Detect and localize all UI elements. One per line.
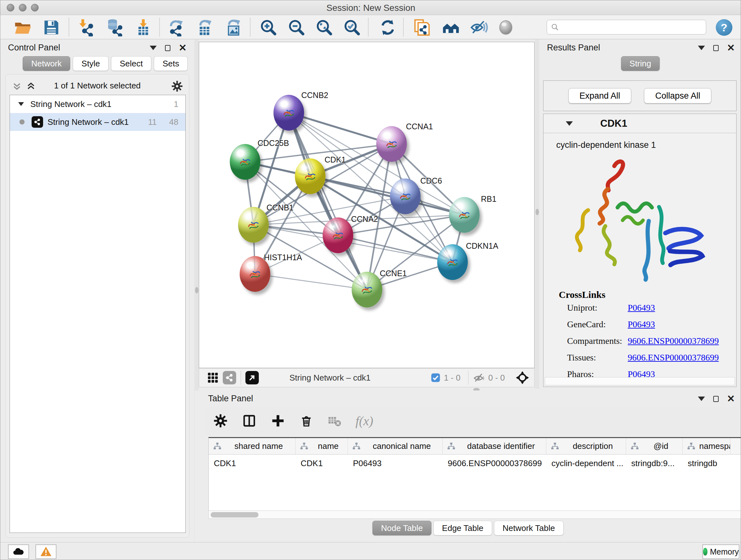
table-cell[interactable]: cyclin-dependent ...	[546, 455, 626, 472]
show-labels-icon[interactable]	[470, 18, 488, 37]
network-node-ccnb1[interactable]	[238, 207, 269, 243]
tab-edge-table[interactable]: Edge Table	[433, 521, 492, 536]
tab-network-table[interactable]: Network Table	[494, 521, 563, 536]
birds-eye-view-icon[interactable]	[246, 371, 259, 384]
network-node-cdc25b[interactable]	[230, 144, 260, 180]
string-home-icon[interactable]	[442, 18, 460, 37]
network-node-cdk1[interactable]	[295, 159, 326, 194]
crosslink-link[interactable]: P06493	[628, 303, 655, 313]
panel-close-icon[interactable]: ✕	[179, 45, 187, 51]
crosslink-link[interactable]: 9606.ENSP00000378699	[628, 353, 719, 363]
column-header-description[interactable]: description	[546, 438, 626, 454]
network-node-ccnb2[interactable]	[273, 95, 304, 131]
selected-checkbox-icon[interactable]	[430, 373, 441, 383]
network-node-rb1[interactable]	[449, 197, 480, 233]
panel-close-icon[interactable]: ✕	[727, 45, 735, 51]
help-icon[interactable]: ?	[716, 19, 732, 36]
table-gear-icon[interactable]	[213, 414, 228, 428]
crosslink-link[interactable]: 9606.ENSP00000378699	[628, 336, 719, 346]
crosshair-icon[interactable]	[515, 370, 530, 385]
network-tree: String Network – cdk1 1 String Network –…	[10, 95, 186, 533]
panel-close-icon[interactable]: ✕	[727, 395, 735, 402]
warning-button[interactable]	[36, 544, 57, 559]
table-row[interactable]: CDK1CDK1P064939606.ENSP00000378699cyclin…	[209, 455, 741, 472]
splitter-handle[interactable]	[195, 287, 199, 294]
crosslink-link[interactable]: P06493	[628, 319, 655, 329]
column-header--id[interactable]: @id	[626, 438, 683, 454]
memory-button[interactable]: Memory	[702, 544, 739, 559]
tab-style[interactable]: Style	[73, 56, 109, 71]
table-cell[interactable]: P06493	[348, 455, 443, 472]
table-cell[interactable]: stringdb:9...	[626, 455, 683, 472]
results-panel-title: Results Panel	[547, 43, 600, 53]
entry-header[interactable]: CDK1	[543, 114, 736, 133]
panel-float-icon[interactable]	[165, 45, 171, 51]
zoom-fit-icon[interactable]	[315, 18, 333, 37]
table-scrollbar[interactable]	[208, 510, 741, 519]
tab-sets[interactable]: Sets	[154, 56, 188, 71]
save-session-icon[interactable]	[43, 18, 60, 37]
clone-network-icon[interactable]	[413, 18, 431, 37]
show-columns-icon[interactable]	[242, 414, 257, 428]
import-network-file-icon[interactable]	[76, 18, 94, 37]
network-collection-row[interactable]: String Network – cdk1 1	[10, 95, 185, 113]
hidden-count: 0 - 0	[488, 373, 505, 383]
network-node-ccna2[interactable]	[323, 217, 353, 253]
collapse-all-button[interactable]: Collapse All	[644, 88, 711, 104]
export-table-icon[interactable]	[196, 18, 214, 37]
network-row[interactable]: String Network – cdk1 11 48	[10, 113, 185, 131]
gear-icon[interactable]	[171, 80, 183, 92]
table-cell[interactable]: CDK1	[209, 455, 295, 472]
delete-column-icon[interactable]	[299, 414, 313, 428]
column-header-database-identifier[interactable]: database identifier	[443, 438, 546, 454]
grid-view-icon[interactable]	[206, 371, 219, 384]
table-cell[interactable]: stringdb	[683, 455, 731, 472]
export-image-icon[interactable]	[225, 18, 243, 37]
tab-node-table[interactable]: Node Table	[373, 521, 431, 536]
zoom-selected-icon[interactable]	[343, 18, 361, 37]
network-node-ccne1[interactable]	[352, 272, 382, 307]
splitter-handle[interactable]	[536, 209, 539, 215]
panel-float-icon[interactable]	[713, 396, 719, 402]
import-table-icon[interactable]	[134, 18, 152, 37]
export-network-icon[interactable]	[167, 18, 185, 37]
zoom-out-icon[interactable]	[287, 18, 306, 37]
search-input[interactable]	[559, 21, 706, 34]
zoom-in-icon[interactable]	[259, 18, 277, 37]
panel-collapse-icon[interactable]	[698, 396, 705, 401]
share-view-icon[interactable]	[223, 371, 236, 384]
tab-string[interactable]: String	[621, 56, 660, 71]
column-header-canonical-name[interactable]: canonical name	[348, 438, 443, 454]
add-column-icon[interactable]	[271, 414, 285, 428]
network-node-cdkn1a[interactable]	[437, 244, 468, 280]
results-panel: Results Panel ✕ String Expand All Collap…	[539, 40, 741, 389]
network-node-cdc6[interactable]	[390, 179, 421, 214]
network-node-ccna1[interactable]	[376, 126, 407, 162]
panel-collapse-icon[interactable]	[150, 46, 157, 50]
open-session-icon[interactable]	[14, 18, 31, 37]
column-header-shared-name[interactable]: shared name	[209, 438, 295, 454]
table-cell[interactable]: 9606.ENSP00000378699	[443, 455, 546, 472]
results-scrollbar[interactable]	[545, 377, 735, 385]
panel-float-icon[interactable]	[713, 45, 719, 51]
column-header-namespace[interactable]: namespace	[683, 438, 731, 454]
table-scrollbar-thumb[interactable]	[211, 512, 259, 517]
hidden-eye-icon[interactable]	[473, 372, 485, 384]
tree-expander-icon[interactable]	[18, 102, 24, 106]
refresh-icon[interactable]	[379, 18, 397, 37]
main-toolbar: ?	[0, 15, 741, 39]
tab-select[interactable]: Select	[111, 56, 151, 71]
import-network-database-icon[interactable]	[105, 18, 123, 37]
network-canvas[interactable]: CCNB2CCNA1CDC25BCDK1CDC6RB1CCNB1CCNA2CDK…	[199, 42, 535, 368]
panel-collapse-icon[interactable]	[698, 46, 705, 50]
vertical-splitter[interactable]	[535, 40, 539, 389]
column-header-name[interactable]: name	[295, 438, 348, 454]
tab-network[interactable]: Network	[23, 56, 70, 71]
cloud-button[interactable]	[8, 544, 29, 559]
crosslink-label: Tissues:	[567, 353, 628, 363]
entry-expander-icon[interactable]	[566, 121, 573, 126]
table-cell[interactable]: CDK1	[295, 455, 348, 472]
expand-all-button[interactable]: Expand All	[568, 88, 631, 104]
glass-ball-icon[interactable]	[497, 18, 515, 37]
table-toolbar: f(x)	[205, 407, 739, 435]
